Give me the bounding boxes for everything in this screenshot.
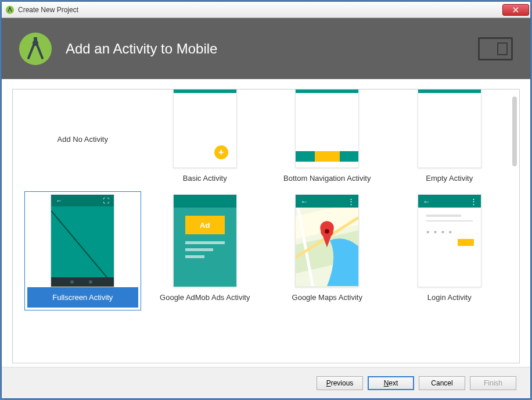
template-thumbnail [418, 90, 481, 168]
svg-point-1 [9, 7, 11, 9]
banner-heading: Add an Activity to Mobile [66, 41, 478, 57]
template-label: Fullscreen Activity [27, 287, 138, 308]
template-thumbnail: ← ⋮ [295, 194, 359, 287]
template-fullscreen-activity[interactable]: ← ⛶ Fullscreen Activity [24, 191, 141, 310]
template-thumbnail: + [173, 90, 237, 168]
template-label: Google AdMob Ads Activity [150, 287, 261, 308]
template-google-maps-activity[interactable]: ← ⋮ Google Maps Activity [269, 191, 386, 310]
map-icon [296, 195, 358, 286]
android-studio-logo [19, 33, 52, 65]
window-title: Create New Project [18, 6, 502, 14]
wizard-banner: Add an Activity to Mobile [2, 18, 530, 79]
ad-badge: Ad [185, 216, 225, 234]
template-login-activity[interactable]: ← ⋮ ● ● ● ● Login Activity [391, 191, 508, 310]
cancel-button[interactable]: Cancel [419, 376, 465, 390]
close-icon [513, 7, 519, 13]
template-bottom-navigation-activity[interactable]: Bottom Navigation Activity [269, 90, 386, 191]
template-label: Basic Activity [150, 168, 261, 188]
template-gallery: Add No Activity + Basic Activity Bottom … [12, 89, 520, 363]
svg-point-6 [325, 229, 329, 234]
password-dots-icon: ● ● ● ● [426, 228, 454, 235]
back-icon: ← [300, 197, 308, 206]
template-no-activity[interactable]: Add No Activity [24, 90, 141, 191]
back-icon: ← [423, 197, 430, 206]
template-thumbnail [295, 90, 359, 168]
close-button[interactable] [502, 4, 529, 16]
overflow-icon: ⋮ [347, 197, 354, 206]
android-studio-icon [5, 5, 15, 15]
template-basic-activity[interactable]: + Basic Activity [147, 90, 264, 191]
template-thumbnail: ← ⋮ ● ● ● ● [418, 194, 481, 287]
fullscreen-expand-icon: ⛶ [103, 197, 109, 204]
previous-button[interactable]: Previous [317, 376, 363, 390]
device-form-factor-icon [478, 37, 513, 60]
template-label: Empty Activity [394, 168, 505, 188]
finish-button[interactable]: Finish [470, 376, 516, 390]
overflow-icon: ⋮ [470, 197, 476, 206]
svg-rect-3 [34, 37, 37, 42]
template-thumbnail: ← ⛶ [51, 194, 114, 287]
titlebar: Create New Project [2, 2, 530, 18]
template-label: Add No Activity [27, 92, 138, 185]
scrollbar[interactable] [512, 97, 517, 166]
template-label: Google Maps Activity [272, 287, 383, 308]
template-google-admob-ads-activity[interactable]: Ad Google AdMob Ads Activity [147, 191, 264, 310]
fab-icon: + [214, 145, 228, 159]
template-empty-activity[interactable]: Empty Activity [391, 90, 508, 191]
wizard-footer: Previous Next Cancel Finish [2, 367, 530, 398]
template-label: Bottom Navigation Activity [272, 168, 383, 188]
next-button[interactable]: Next [368, 376, 414, 390]
dialog-window: Create New Project Add an Activity to Mo… [1, 1, 531, 399]
template-label: Login Activity [394, 287, 505, 308]
template-thumbnail: Ad [173, 194, 237, 287]
back-icon: ← [56, 197, 62, 204]
